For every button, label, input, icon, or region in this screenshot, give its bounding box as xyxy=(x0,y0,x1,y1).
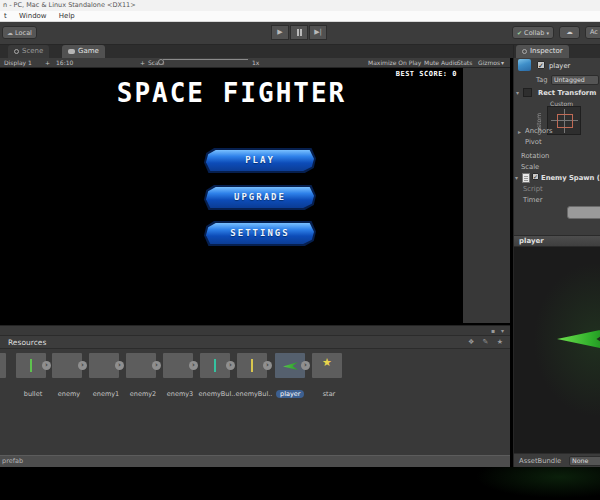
breadcrumb[interactable]: Resources xyxy=(8,338,46,347)
anchors-foldout-icon[interactable]: ▸ xyxy=(518,128,521,135)
search-by-label-icon[interactable]: ✎ xyxy=(483,338,492,346)
mute-audio-toggle[interactable]: Mute Audio xyxy=(424,59,458,66)
bottom-black-strip xyxy=(0,467,600,500)
bullet-sprite xyxy=(30,359,32,372)
chevron-down-icon: ▾ xyxy=(546,30,549,36)
anchor-rect xyxy=(557,114,573,128)
account-button[interactable]: Ac xyxy=(585,26,600,39)
prefab-expand-icon[interactable]: › xyxy=(152,361,161,370)
best-score-text: BEST SCORE: 0 xyxy=(396,70,457,78)
enemy-spawn-title[interactable]: Enemy Spawn (S xyxy=(541,174,600,182)
game-title: SPACE FIGHTER xyxy=(0,78,463,108)
gamepad-icon xyxy=(68,49,75,54)
menu-item-help[interactable]: Help xyxy=(59,12,75,20)
prefab-expand-icon[interactable]: › xyxy=(226,361,235,370)
pause-button[interactable] xyxy=(290,25,308,40)
rotation-row[interactable]: Rotation xyxy=(521,152,549,160)
asset-item-enemybullet2[interactable]: › enemyBul.. xyxy=(237,349,271,399)
scale-plus-icon[interactable]: + xyxy=(140,59,145,66)
scale-row[interactable]: Scale xyxy=(521,163,539,171)
star-sprite: ★ xyxy=(312,356,342,369)
cloud-icon: ☁ xyxy=(566,28,573,36)
menu-bar: t Window Help xyxy=(0,11,600,22)
prefab-expand-icon[interactable]: › xyxy=(263,361,272,370)
tab-inspector[interactable]: Inspector xyxy=(516,45,569,58)
display-dropdown[interactable]: Display 1 xyxy=(4,59,32,66)
collab-local-button[interactable]: ☁ Local xyxy=(2,26,37,39)
step-button[interactable]: ▶| xyxy=(309,25,327,40)
add-component-button[interactable] xyxy=(567,206,600,219)
game-panel-fill xyxy=(463,68,510,323)
timer-row[interactable]: Timer xyxy=(523,196,542,204)
left-tabstrip: Scene Game xyxy=(0,45,600,58)
play-menu-button[interactable]: PLAY xyxy=(204,148,316,173)
preview-area xyxy=(514,247,600,453)
game-viewport: BEST SCORE: 0 SPACE FIGHTER PLAY UPGRADE… xyxy=(0,68,463,323)
main-toolbar: ☁ Local ▶ ▶| ✔ Collab ▾ ☁ Ac xyxy=(0,22,600,45)
player-ship-preview xyxy=(557,327,600,351)
enemy-bullet2-sprite xyxy=(251,359,253,372)
settings-menu-button[interactable]: SETTINGS xyxy=(204,221,316,246)
stats-toggle[interactable]: Stats xyxy=(457,59,472,66)
foldout-icon[interactable]: ▾ xyxy=(516,89,519,96)
tab-game[interactable]: Game xyxy=(62,45,105,58)
active-checkbox[interactable]: ✓ xyxy=(537,61,545,69)
assetbundle-label: AssetBundle xyxy=(519,457,561,465)
cloud-services-button[interactable]: ☁ xyxy=(559,26,580,39)
enemy-bullet-sprite xyxy=(214,359,216,372)
play-button[interactable]: ▶ xyxy=(271,25,289,40)
window-title: n - PC, Mac & Linux Standalone <DX11> xyxy=(3,1,136,9)
scene-tab-label: Scene xyxy=(22,47,43,55)
gizmos-dropdown[interactable]: Gizmos xyxy=(478,59,500,66)
upgrade-menu-button[interactable]: UPGRADE xyxy=(204,185,316,210)
upgrade-menu-button-label: UPGRADE xyxy=(204,185,316,210)
play-menu-button-label: PLAY xyxy=(204,148,316,173)
game-view-toolbar: Display 1 + 16:10 + Scale 1x Maximize On… xyxy=(0,58,510,68)
project-panel-window-icons[interactable]: ▪ ▾ xyxy=(491,327,506,334)
project-panel: ▪ ▾ Resources ❖ ✎ ★ d › bullet › enemy xyxy=(0,325,510,455)
assetbundle-value: None xyxy=(572,457,588,464)
asset-item-star[interactable]: ★ star xyxy=(312,349,346,399)
anchors-row[interactable]: Anchors xyxy=(525,127,553,135)
assetbundle-row: AssetBundle None xyxy=(514,453,600,467)
tag-value: Untagged xyxy=(554,76,585,83)
prefab-expand-icon[interactable]: › xyxy=(301,361,310,370)
tab-scene[interactable]: Scene xyxy=(8,45,49,58)
cloud-icon: ☁ xyxy=(7,29,13,36)
gameobject-cube-icon xyxy=(518,59,531,71)
status-path-text: prefab xyxy=(2,457,23,465)
project-breadcrumb-bar: Resources ❖ ✎ ★ xyxy=(0,335,510,349)
prefab-expand-icon[interactable]: › xyxy=(78,361,87,370)
inspector-tabstrip: Inspector xyxy=(514,45,600,58)
search-by-type-icon[interactable]: ❖ xyxy=(468,338,477,346)
collab-button[interactable]: ✔ Collab ▾ xyxy=(512,26,554,39)
menu-item-truncated[interactable]: t xyxy=(4,12,7,20)
tag-dropdown[interactable]: Untagged xyxy=(551,75,599,85)
scale-value: 1x xyxy=(252,59,259,66)
asset-label-selected: player xyxy=(276,390,304,398)
menu-item-window[interactable]: Window xyxy=(19,12,47,20)
check-icon: ✔ xyxy=(517,29,522,36)
foldout-icon[interactable]: ▾ xyxy=(515,174,518,181)
preview-header[interactable]: player xyxy=(514,235,600,247)
aspect-dropdown[interactable]: 16:10 xyxy=(56,59,73,66)
asset-thumbnail xyxy=(0,353,6,378)
gameobject-name[interactable]: player xyxy=(549,62,570,70)
gizmos-chevron-down-icon[interactable]: ▾ xyxy=(501,59,504,66)
prefab-expand-icon[interactable]: › xyxy=(115,361,124,370)
assetbundle-dropdown[interactable]: None xyxy=(569,456,600,466)
prefab-expand-icon[interactable]: › xyxy=(42,361,51,370)
play-icon: ▶ xyxy=(277,28,282,36)
display-plus-icon[interactable]: + xyxy=(45,59,50,66)
component-checkbox[interactable]: ✓ xyxy=(532,173,539,180)
prefab-expand-icon[interactable]: › xyxy=(189,361,198,370)
scale-slider-track[interactable] xyxy=(163,59,248,60)
favorites-icon[interactable]: ★ xyxy=(497,338,506,346)
pivot-row[interactable]: Pivot xyxy=(525,138,542,146)
inspector-panel: Inspector ✓ player Tag Untagged ▾ Rect T… xyxy=(513,45,600,467)
asset-label: enemyBul.. xyxy=(229,390,279,398)
maximize-on-play-toggle[interactable]: Maximize On Play xyxy=(368,59,421,66)
rect-transform-title[interactable]: Rect Transform xyxy=(538,89,596,97)
window-titlebar: n - PC, Mac & Linux Standalone <DX11> xyxy=(0,0,600,11)
script-row: Script xyxy=(523,185,543,193)
